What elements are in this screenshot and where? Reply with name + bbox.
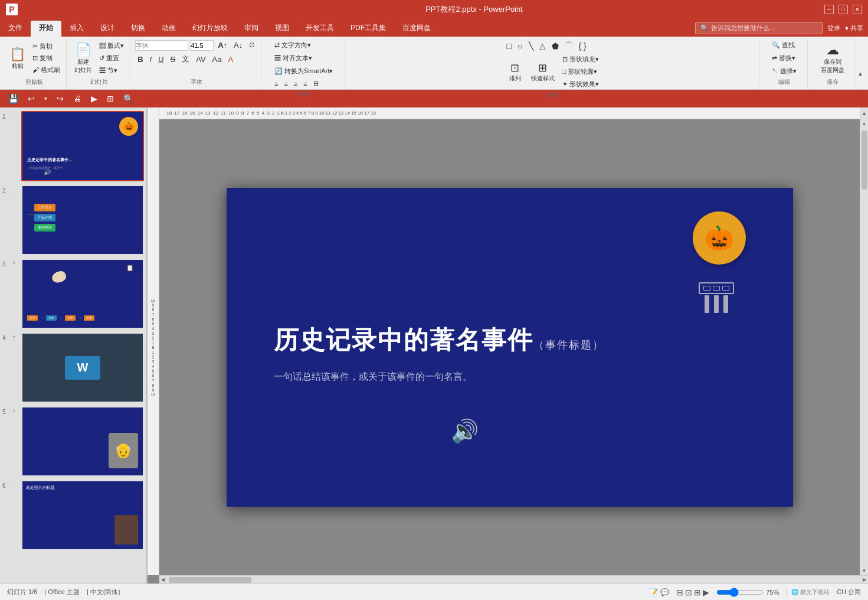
shape-connector[interactable]: { } xyxy=(577,40,589,53)
undo-dropdown[interactable]: ▾ xyxy=(42,94,50,103)
paste-btn[interactable]: 📋 粘贴 xyxy=(6,45,29,71)
scroll-down-btn[interactable]: ▼ xyxy=(860,566,868,575)
slide-sorter-btn[interactable]: ⊡ xyxy=(685,588,692,597)
font-color-btn[interactable]: A xyxy=(226,54,236,65)
underline-btn[interactable]: U xyxy=(156,54,166,65)
view-slideshow[interactable]: ⊞ xyxy=(104,93,116,105)
tab-design[interactable]: 设计 xyxy=(92,21,123,37)
print-btn[interactable]: 🖨 xyxy=(71,93,84,105)
slide-thumb-3[interactable]: 📋 文本 → 文本 → 文本 → 文本 xyxy=(21,259,144,329)
shape-line[interactable]: ╲ xyxy=(526,40,536,53)
slide-thumb-5[interactable]: 👴 xyxy=(21,406,144,477)
slide-thumb-2[interactable]: 公司简介 产品介绍 案例内容 — xyxy=(21,185,144,255)
slide-canvas-area[interactable]: 🎃 xyxy=(159,119,860,575)
tab-pdf[interactable]: PDF工具集 xyxy=(342,21,394,37)
tab-baidu[interactable]: 百度网盘 xyxy=(394,21,439,37)
scroll-thumb-v[interactable] xyxy=(862,131,867,190)
slide-item-2[interactable]: 2 公司简介 产品介绍 案例内容 — xyxy=(2,185,144,255)
share-btn[interactable]: ♦ 共享 xyxy=(845,24,863,32)
find-btn[interactable]: 🔍 查找 xyxy=(769,40,797,51)
reading-view-btn[interactable]: ⊞ xyxy=(694,588,701,597)
align-right-btn[interactable]: ≡ xyxy=(291,79,300,89)
layout-btn[interactable]: ▦ 版式▾ xyxy=(97,40,126,51)
slide-thumb-6[interactable]: 此处照片的标题 xyxy=(21,480,144,550)
char-spacing-btn[interactable]: AV xyxy=(194,54,208,65)
undo-btn[interactable]: ↩ xyxy=(25,93,37,105)
clear-format-btn[interactable]: ∅ xyxy=(247,40,257,50)
tab-transitions[interactable]: 切换 xyxy=(123,21,153,37)
shape-more[interactable]: ⬟ xyxy=(549,40,561,53)
tab-review[interactable]: 审阅 xyxy=(236,21,267,37)
ribbon-expand-btn[interactable]: ▲ xyxy=(857,70,863,77)
section-btn[interactable]: ☰ 节▾ xyxy=(97,65,126,76)
shape-effects-btn[interactable]: ✦ 形状效果▾ xyxy=(560,79,601,90)
scroll-left-btn[interactable]: ◀ xyxy=(159,575,166,583)
cut-btn[interactable]: ✂ 剪切 xyxy=(30,41,63,52)
search-box[interactable]: 🔍 告诉我您想要做什么... xyxy=(695,22,823,34)
select-btn[interactable]: ↖ 选择▾ xyxy=(769,66,799,77)
minimize-btn[interactable]: ─ xyxy=(824,5,834,14)
zoom-slider[interactable] xyxy=(716,589,764,596)
copy-btn[interactable]: ⊡ 复制 xyxy=(30,53,63,64)
save-qa-btn[interactable]: 💾 xyxy=(6,93,21,105)
shape-circle[interactable]: ○ xyxy=(515,40,525,53)
scroll-up-btn2[interactable]: ▲ xyxy=(860,119,868,128)
align-text-btn[interactable]: ☰ 对齐文本▾ xyxy=(272,53,315,64)
replace-btn[interactable]: ⇌ 替换▾ xyxy=(769,53,798,64)
tab-developer[interactable]: 开发工具 xyxy=(297,21,342,37)
slideshow-btn[interactable]: ▶ xyxy=(703,588,709,597)
tab-animations[interactable]: 动画 xyxy=(153,21,184,37)
present-from-start[interactable]: ▶ xyxy=(89,93,100,105)
font-size-input[interactable] xyxy=(190,40,214,51)
bold-btn[interactable]: B xyxy=(135,54,145,65)
tab-slideshow[interactable]: 幻灯片放映 xyxy=(184,21,236,37)
slide-thumb-1[interactable]: 🎃 历史记录中的著名事件... 一句话总结该事件，或关于... 🔊 xyxy=(21,111,144,181)
slide-thumb-4[interactable]: W xyxy=(21,332,144,403)
notes-btn[interactable]: 📝 xyxy=(649,588,658,596)
new-slide-btn[interactable]: 📄 新建幻灯片 xyxy=(71,41,95,76)
comments-btn[interactable]: 💬 xyxy=(660,588,669,596)
restore-btn[interactable]: □ xyxy=(838,5,848,14)
save-to-baidu-btn[interactable]: ☁ 保存到百度网盘 xyxy=(818,41,847,76)
italic-btn[interactable]: I xyxy=(148,54,155,65)
scroll-up-btn[interactable]: ▲ xyxy=(860,107,868,119)
shape-arrow[interactable]: △ xyxy=(537,40,548,53)
shape-fill-btn[interactable]: ⊡ 形状填充▾ xyxy=(560,54,601,65)
shape-rect[interactable]: □ xyxy=(505,40,514,53)
tab-view[interactable]: 视图 xyxy=(267,21,297,37)
reset-btn[interactable]: ↺ 重置 xyxy=(97,53,126,64)
zoom-btn[interactable]: 🔍 xyxy=(121,93,136,105)
tab-file[interactable]: 文件 xyxy=(0,21,31,37)
shape-outline-btn[interactable]: □ 形状轮廓▾ xyxy=(560,66,601,77)
shape-curve[interactable]: ⌒ xyxy=(562,40,575,53)
login-btn[interactable]: 登录 xyxy=(827,24,840,32)
arrange-btn[interactable]: ⊡ 排列 xyxy=(505,60,526,84)
tab-insert[interactable]: 插入 xyxy=(61,21,92,37)
convert-smartart-btn[interactable]: 🔄 转换为SmartArt▾ xyxy=(272,66,335,77)
justify-btn[interactable]: ≡ xyxy=(301,79,309,89)
slide-item-4[interactable]: 4 * W xyxy=(2,332,144,403)
text-shadow-btn[interactable]: 文 xyxy=(179,53,192,66)
align-left-btn[interactable]: ≡ xyxy=(272,79,280,89)
close-btn[interactable]: ✕ xyxy=(853,5,862,14)
slide-item-5[interactable]: 5 * 👴 xyxy=(2,406,144,477)
font-size-inc-btn[interactable]: A↑ xyxy=(215,40,230,51)
format-painter-btn[interactable]: 🖌 格式刷 xyxy=(30,64,63,76)
redo-btn[interactable]: ↪ xyxy=(54,93,66,105)
slide-item-1[interactable]: 1 🎃 历史记录中的著名事件... 一句话总结该事件，或关于... 🔊 xyxy=(2,111,144,181)
scroll-right-btn[interactable]: ▶ xyxy=(861,575,868,583)
main-slide[interactable]: 🎃 xyxy=(227,188,793,507)
strikethrough-btn[interactable]: S xyxy=(168,54,178,65)
columns-btn[interactable]: ⊟ xyxy=(311,79,321,89)
text-direction-btn[interactable]: ⇄ 文字方向▾ xyxy=(272,40,313,51)
slide-item-6[interactable]: 6 此处照片的标题 xyxy=(2,480,144,550)
quick-styles-btn[interactable]: ⊞ 快速样式 xyxy=(528,60,558,84)
font-size-dec-btn[interactable]: A↓ xyxy=(231,40,245,51)
slide-item-3[interactable]: 3 * 📋 文本 → 文本 → 文本 → 文本 xyxy=(2,259,144,329)
normal-view-btn[interactable]: ⊟ xyxy=(676,588,683,597)
font-case-btn[interactable]: Aa xyxy=(210,54,224,65)
scroll-thumb-h[interactable] xyxy=(169,577,251,583)
align-center-btn[interactable]: ≡ xyxy=(281,79,290,89)
tab-home[interactable]: 开始 xyxy=(31,21,61,37)
font-name-input[interactable] xyxy=(135,40,188,51)
